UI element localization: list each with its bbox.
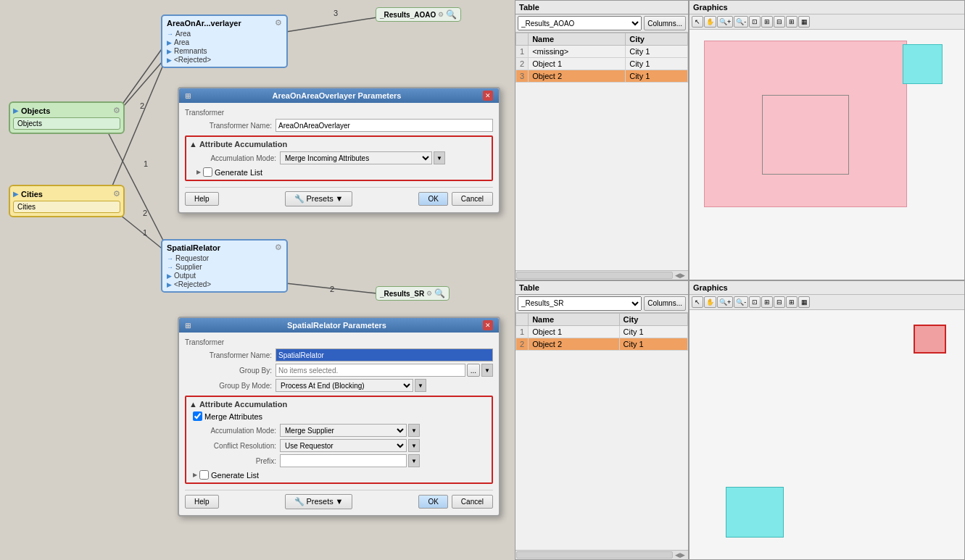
g2-btn-zoom-out[interactable]: 🔍- [734, 296, 748, 308]
dialog1-presets-group: 🔧 Presets ▼ [285, 191, 353, 206]
g2-btn-pan[interactable]: ✋ [704, 296, 716, 308]
canvas-area: 3 2 1 2 2 1 ▶ Objects ⚙ Objects ▶ Cities… [0, 0, 515, 560]
dialog2-presets-button[interactable]: 🔧 Presets ▼ [285, 494, 353, 509]
dialog1-close-button[interactable]: ✕ [483, 91, 493, 101]
dialog2-groupby-input[interactable] [276, 364, 465, 377]
table2-dropdown[interactable]: _Results_SR [518, 296, 642, 311]
g1-btn-grid[interactable]: ⊟ [774, 16, 785, 28]
dialog2-groupby-mode-arrow[interactable]: ▼ [415, 379, 426, 392]
dialog2-conflict-arrow[interactable]: ▼ [408, 439, 420, 452]
dialog1-accumulation-label: Accumulation Mode: [189, 154, 276, 162]
spatial-transformer-name[interactable]: SpatialRelator [167, 243, 220, 252]
result-sr[interactable]: _Results_SR ⚙ 🔍 [376, 286, 450, 301]
g1-btn-filter[interactable]: ⊞ [786, 16, 798, 28]
g1-btn-zoom-all[interactable]: ⊞ [761, 16, 773, 28]
g1-btn-select[interactable]: ↖ [692, 16, 703, 28]
g2-btn-grid[interactable]: ⊟ [774, 296, 785, 308]
table2-row-2[interactable]: 2 Object 2 City 1 [516, 338, 688, 350]
dialog1-help-button[interactable]: Help [185, 192, 219, 206]
g1-btn-zoom-out[interactable]: 🔍- [734, 16, 748, 28]
result-sr-gear[interactable]: ⚙ [426, 290, 432, 297]
svg-text:1: 1 [144, 159, 148, 168]
g2-btn-zoom-in[interactable]: 🔍+ [717, 296, 733, 308]
table2-row1-name: Object 1 [529, 325, 619, 338]
result-sr-label: _Results_SR [380, 290, 424, 298]
dialog2-close-button[interactable]: ✕ [483, 320, 493, 330]
dialog2-accumulation-select[interactable]: Merge Supplier [280, 424, 407, 437]
dialog1-generate-list-checkbox[interactable] [203, 167, 212, 177]
dialog2-generate-list-checkbox[interactable] [199, 470, 209, 480]
dialog2-section-triangle: ▲ [189, 400, 197, 409]
table1-rownum-header [516, 33, 529, 46]
g2-btn-select[interactable]: ↖ [692, 296, 703, 308]
graphics2-panel: Graphics ↖ ✋ 🔍+ 🔍- ⊡ ⊞ ⊟ ⊞ ▦ [689, 280, 965, 561]
g2-btn-zoom-fit[interactable]: ⊡ [749, 296, 761, 308]
table2-row2-num: 2 [516, 338, 529, 350]
table2-row2-city: City 1 [619, 338, 687, 350]
dialog2-title: SpatialRelator Parameters [191, 321, 483, 330]
dialog1-generate-list-label: Generate List [215, 168, 262, 177]
g1-btn-zoom-in[interactable]: 🔍+ [717, 16, 733, 28]
dialog2-accumulation-arrow[interactable]: ▼ [408, 424, 420, 437]
graphics2-canvas [689, 310, 964, 560]
bottom-right-panels: Table _Results_SR Columns... Name City [515, 280, 965, 561]
dialog2-help-button[interactable]: Help [185, 495, 219, 509]
g2-btn-zoom-all[interactable]: ⊞ [761, 296, 773, 308]
dialog2-merge-label: Merge Attributes [204, 412, 262, 421]
g1-btn-zoom-fit[interactable]: ⊡ [749, 16, 761, 28]
dialog2-prefix-arrow[interactable]: ▼ [408, 454, 420, 467]
result-sr-search[interactable]: 🔍 [434, 288, 445, 298]
dialog-spatial-relator: ⊞ SpatialRelator Parameters ✕ Transforme… [178, 317, 500, 517]
table2-row-1[interactable]: 1 Object 1 City 1 [516, 325, 688, 338]
dialog2-transformer-section: Transformer [185, 338, 493, 346]
dialog1-title: AreaOnAreaOverlayer Parameters [191, 91, 483, 100]
objects-sublabel[interactable]: Objects [13, 117, 120, 130]
table1-columns-button[interactable]: Columns... [644, 16, 686, 30]
table2-columns-button[interactable]: Columns... [644, 296, 686, 311]
dialog2-groupby-label: Group By: [185, 367, 272, 375]
cities-sublabel[interactable]: Cities [13, 201, 120, 213]
dialog2-generate-list-label: Generate List [211, 471, 259, 480]
g2-btn-table[interactable]: ▦ [798, 296, 810, 308]
dialog2-cancel-button[interactable]: Cancel [452, 495, 493, 509]
table1-row-2[interactable]: 2 Object 1 City 1 [516, 58, 688, 70]
g1-btn-pan[interactable]: ✋ [704, 16, 716, 28]
g2-btn-filter[interactable]: ⊞ [786, 296, 798, 308]
table1-row2-num: 2 [516, 58, 529, 70]
objects-gear-icon[interactable]: ⚙ [113, 106, 120, 115]
table1-row-1[interactable]: 1 <missing> City 1 [516, 46, 688, 58]
area-transformer-gear[interactable]: ⚙ [275, 18, 282, 28]
dialog2-titlebar[interactable]: ⊞ SpatialRelator Parameters ✕ [179, 318, 499, 333]
table2-header: Table [515, 281, 688, 295]
dialog1-accumulation-arrow[interactable]: ▼ [434, 151, 445, 164]
dialog1-accumulation-select[interactable]: Merge Incoming Attributes [280, 151, 432, 164]
dialog1-ok-button[interactable]: OK [418, 192, 447, 206]
area-transformer-name[interactable]: AreaOnAr...verlayer [167, 19, 241, 28]
dialog1-cancel-button[interactable]: Cancel [452, 192, 493, 206]
dialog2-groupby-arrow[interactable]: ▼ [481, 364, 493, 377]
dialog2-groupby-mode-select[interactable]: Process At End (Blocking) [276, 379, 413, 392]
table1-city-header: City [626, 33, 688, 46]
dialog2-groupby-browse[interactable]: ... [467, 364, 480, 377]
graphics1-panel: Graphics ↖ ✋ 🔍+ 🔍- ⊡ ⊞ ⊟ ⊞ ▦ [689, 0, 965, 280]
table2-rownum-header [516, 313, 529, 325]
dialog2-transformer-name-input[interactable] [276, 348, 493, 362]
dialog2-prefix-input[interactable] [280, 454, 407, 467]
table1-dropdown[interactable]: _Results_AOAO [518, 16, 642, 30]
table1-row-3[interactable]: 3 Object 2 City 1 [516, 70, 688, 83]
dialog2-merge-checkbox[interactable] [193, 411, 202, 421]
dialog2-conflict-select[interactable]: Use Requestor [280, 439, 407, 452]
dialog2-prefix-label: Prefix: [189, 457, 276, 465]
dialog1-transformer-name-input[interactable] [276, 119, 493, 132]
g1-btn-table[interactable]: ▦ [798, 16, 810, 28]
spatial-transformer-gear[interactable]: ⚙ [275, 243, 282, 252]
svg-line-5 [281, 17, 377, 33]
dialog1-presets-button[interactable]: 🔧 Presets ▼ [285, 191, 353, 206]
table1-data: Name City 1 <missing> City 1 2 Object 1 [515, 33, 688, 83]
result-aoao-search[interactable]: 🔍 [446, 9, 457, 20]
result-aoao-gear[interactable]: ⚙ [438, 11, 444, 18]
dialog1-titlebar[interactable]: ⊞ AreaOnAreaOverlayer Parameters ✕ [179, 88, 499, 103]
dialog2-ok-button[interactable]: OK [418, 495, 447, 509]
cities-gear-icon[interactable]: ⚙ [113, 189, 120, 198]
result-aoao[interactable]: _Results_AOAO ⚙ 🔍 [376, 7, 461, 22]
